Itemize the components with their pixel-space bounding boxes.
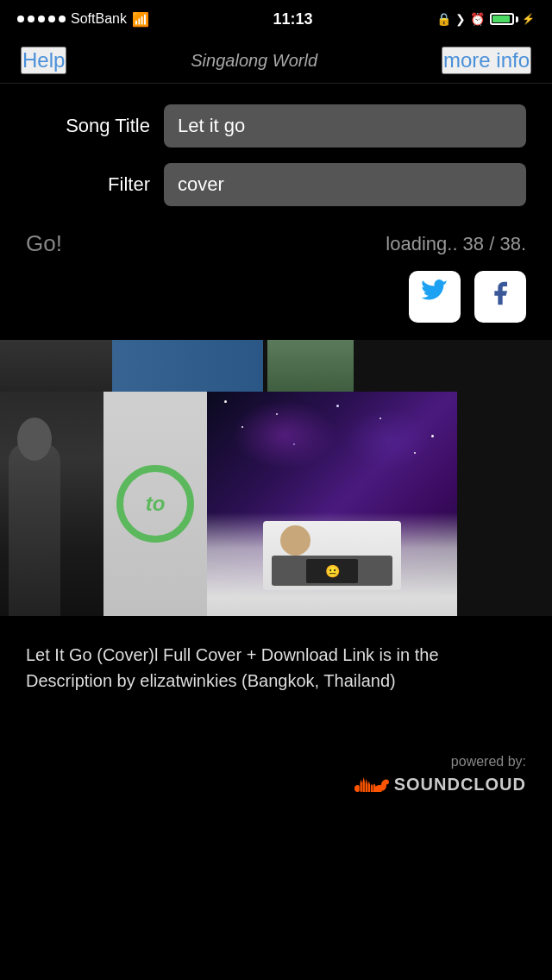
battery-fill bbox=[492, 16, 510, 22]
dot bbox=[28, 16, 34, 22]
status-time: 11:13 bbox=[273, 10, 312, 28]
twitter-icon bbox=[421, 280, 448, 314]
status-bar: SoftBank 📶 11:13 🔒 ❯ ⏰ ⚡ bbox=[0, 0, 552, 38]
alarm-icon: ⏰ bbox=[470, 12, 485, 26]
dot bbox=[48, 16, 55, 22]
song-title-input[interactable] bbox=[164, 104, 526, 148]
twitter-button[interactable] bbox=[409, 271, 461, 323]
filter-label: Filter bbox=[26, 173, 164, 196]
soundcloud-text: SOUNDCLOUD bbox=[394, 775, 526, 795]
lock-icon: 🔒 bbox=[436, 12, 451, 26]
status-right: 🔒 ❯ ⏰ ⚡ bbox=[436, 12, 535, 26]
wifi-icon: 📶 bbox=[132, 11, 149, 28]
signal-dots bbox=[17, 16, 66, 22]
dot bbox=[17, 16, 24, 22]
form-area: Song Title Filter bbox=[0, 84, 552, 230]
more-info-button[interactable]: more info bbox=[442, 47, 531, 74]
go-row: Go! loading.. 38 / 38. bbox=[0, 230, 552, 257]
song-title-row: Song Title bbox=[26, 104, 526, 148]
help-button[interactable]: Help bbox=[21, 47, 66, 74]
battery-tip bbox=[516, 16, 518, 22]
location-icon: ❯ bbox=[455, 12, 466, 26]
description-text: Let It Go (Cover)l Full Cover + Download… bbox=[26, 642, 526, 694]
soundcloud-icon bbox=[354, 773, 389, 795]
description-area: Let It Go (Cover)l Full Cover + Download… bbox=[0, 616, 552, 719]
soundcloud-logo: SOUNDCLOUD bbox=[354, 773, 526, 795]
charging-icon: ⚡ bbox=[522, 13, 535, 25]
carrier-label: SoftBank bbox=[71, 11, 127, 27]
thumb-green-circle[interactable]: to bbox=[104, 392, 207, 616]
thumbnails-container: to bbox=[0, 340, 552, 616]
battery-body bbox=[490, 13, 514, 25]
go-button[interactable]: Go! bbox=[26, 230, 62, 257]
battery-indicator: ⚡ bbox=[490, 13, 535, 25]
circle-text: to bbox=[146, 492, 166, 516]
filter-row: Filter bbox=[26, 163, 526, 206]
dot bbox=[38, 16, 45, 22]
powered-by-label: powered by: bbox=[451, 754, 526, 770]
status-left: SoftBank 📶 bbox=[17, 11, 149, 28]
app-title: Singalong World bbox=[191, 51, 317, 71]
footer: powered by: SOUNDCLOUD bbox=[0, 719, 552, 813]
dot bbox=[59, 16, 66, 22]
filter-input[interactable] bbox=[164, 163, 526, 206]
thumb-galaxy-right[interactable]: 😐 bbox=[207, 392, 457, 616]
loading-status: loading.. 38 / 38. bbox=[386, 233, 526, 255]
thumb-person-left[interactable] bbox=[0, 392, 104, 616]
song-title-label: Song Title bbox=[26, 115, 164, 137]
nav-bar: Help Singalong World more info bbox=[0, 38, 552, 84]
social-row bbox=[0, 271, 552, 323]
status-icons: 🔒 ❯ ⏰ bbox=[436, 12, 485, 26]
facebook-icon bbox=[486, 280, 514, 314]
facebook-button[interactable] bbox=[474, 271, 526, 323]
